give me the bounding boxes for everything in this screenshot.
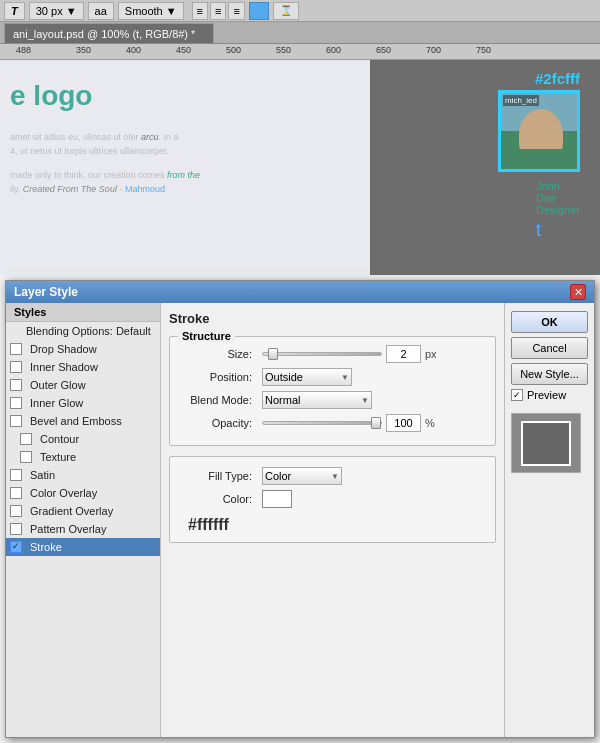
opacity-input[interactable] (386, 414, 421, 432)
inner-glow-item[interactable]: Inner Glow (6, 394, 160, 412)
inner-shadow-checkbox[interactable] (10, 361, 22, 373)
gradient-overlay-checkbox[interactable] (10, 505, 22, 517)
font-size-selector[interactable]: 30 px ▼ (29, 2, 84, 20)
profile-info: John Doe Designer t (536, 180, 580, 241)
bevel-emboss-checkbox[interactable] (10, 415, 22, 427)
color-overlay-checkbox[interactable] (10, 487, 22, 499)
size-label: Size: (178, 348, 258, 360)
top-toolbar: T 30 px ▼ aa Smooth ▼ ≡ ≡ ≡ ⌛ (0, 0, 600, 22)
ok-button[interactable]: OK (511, 311, 588, 333)
position-value: Outside (265, 371, 303, 383)
photo-label: mich_ied (503, 95, 539, 106)
satin-item[interactable]: Satin (6, 466, 160, 484)
warp-btn[interactable]: ⌛ (273, 2, 299, 20)
color-swatch-top[interactable] (249, 2, 269, 20)
color-overlay-label: Color Overlay (30, 487, 97, 499)
align-buttons: ≡ ≡ ≡ (192, 2, 245, 20)
ruler-mark-450: 450 (176, 45, 191, 55)
blend-mode-select[interactable]: Normal ▼ (262, 391, 372, 409)
aa-label: aa (88, 2, 114, 20)
satin-checkbox[interactable] (10, 469, 22, 481)
gradient-overlay-item[interactable]: Gradient Overlay (6, 502, 160, 520)
styles-header: Styles (6, 303, 160, 322)
position-arrow: ▼ (341, 373, 349, 382)
blend-mode-arrow: ▼ (361, 396, 369, 405)
opacity-unit: % (425, 417, 435, 429)
size-slider[interactable] (262, 352, 382, 356)
align-center-btn[interactable]: ≡ (210, 2, 226, 20)
preview-checkbox[interactable]: ✓ (511, 389, 523, 401)
drop-shadow-checkbox[interactable] (10, 343, 22, 355)
active-tab[interactable]: ani_layout.psd @ 100% (t, RGB/8#) * × (4, 23, 214, 43)
contour-item[interactable]: Contour (6, 430, 160, 448)
stroke-label: Stroke (30, 541, 62, 553)
bevel-emboss-label: Bevel and Emboss (30, 415, 122, 427)
opacity-slider[interactable] (262, 421, 382, 425)
body-text: amet sit adius eu, ulincas ut oler arcu.… (10, 130, 310, 196)
ruler-mark-488: 488 (16, 45, 31, 55)
drop-shadow-item[interactable]: Drop Shadow (6, 340, 160, 358)
smooth-arrow: ▼ (166, 5, 177, 17)
fill-type-select[interactable]: Color ▼ (262, 467, 342, 485)
fill-type-value: Color (265, 470, 291, 482)
tab-close-btn[interactable]: × (199, 28, 205, 39)
fill-type-label: Fill Type: (178, 470, 258, 482)
color-hex-label: #2fcfff (535, 70, 580, 87)
ruler-mark-600: 600 (326, 45, 341, 55)
font-tool-indicator: T (4, 2, 25, 20)
dialog-titlebar: Layer Style ✕ (6, 281, 594, 303)
ruler: 488 350 400 450 500 550 600 650 700 750 (0, 44, 600, 60)
color-overlay-item[interactable]: Color Overlay (6, 484, 160, 502)
ruler-mark-750: 750 (476, 45, 491, 55)
new-style-button[interactable]: New Style... (511, 363, 588, 385)
size-slider-thumb[interactable] (268, 348, 278, 360)
fill-type-group: Fill Type: Color ▼ Color: #ffffff (169, 456, 496, 543)
align-left-btn[interactable]: ≡ (192, 2, 208, 20)
buttons-panel: OK Cancel New Style... ✓ Preview (504, 303, 594, 737)
font-size-arrow: ▼ (66, 5, 77, 17)
fill-type-arrow: ▼ (331, 472, 339, 481)
right-panel: Stroke Structure Size: px (161, 303, 504, 737)
texture-item[interactable]: Texture (6, 448, 160, 466)
position-row: Position: Outside ▼ (178, 368, 487, 386)
fill-type-row: Fill Type: Color ▼ (178, 467, 487, 485)
contour-checkbox[interactable] (20, 433, 32, 445)
outer-glow-checkbox[interactable] (10, 379, 22, 391)
preview-label: Preview (527, 389, 566, 401)
align-right-btn[interactable]: ≡ (228, 2, 244, 20)
satin-label: Satin (30, 469, 55, 481)
stroke-checkbox[interactable] (10, 541, 22, 553)
inner-shadow-label: Inner Shadow (30, 361, 98, 373)
pattern-overlay-item[interactable]: Pattern Overlay (6, 520, 160, 538)
ruler-mark-400: 400 (126, 45, 141, 55)
inner-shadow-item[interactable]: Inner Shadow (6, 358, 160, 376)
stroke-item[interactable]: Stroke (6, 538, 160, 556)
gradient-overlay-label: Gradient Overlay (30, 505, 113, 517)
blend-mode-row: Blend Mode: Normal ▼ (178, 391, 487, 409)
dialog-close-button[interactable]: ✕ (570, 284, 586, 300)
opacity-slider-thumb[interactable] (371, 417, 381, 429)
opacity-label: Opacity: (178, 417, 258, 429)
body-line-1: amet sit adius eu, ulincas ut oler arcu.… (10, 130, 310, 144)
dialog-title: Layer Style (14, 285, 78, 299)
blend-mode-label: Blend Mode: (178, 394, 258, 406)
twitter-icon: t (536, 220, 580, 241)
styles-panel: Styles Blending Options: Default Drop Sh… (6, 303, 161, 737)
size-input[interactable] (386, 345, 421, 363)
color-swatch[interactable] (262, 490, 292, 508)
bevel-emboss-item[interactable]: Bevel and Emboss (6, 412, 160, 430)
cancel-button[interactable]: Cancel (511, 337, 588, 359)
blending-options-label: Blending Options: Default (26, 325, 151, 337)
drop-shadow-label: Drop Shadow (30, 343, 97, 355)
texture-checkbox[interactable] (20, 451, 32, 463)
smooth-selector[interactable]: Smooth ▼ (118, 2, 184, 20)
outer-glow-item[interactable]: Outer Glow (6, 376, 160, 394)
inner-glow-label: Inner Glow (30, 397, 83, 409)
position-select[interactable]: Outside ▼ (262, 368, 352, 386)
inner-glow-checkbox[interactable] (10, 397, 22, 409)
layer-style-dialog: Layer Style ✕ Styles Blending Options: D… (5, 280, 595, 738)
structure-group-title: Structure (178, 330, 235, 342)
outer-glow-label: Outer Glow (30, 379, 86, 391)
blending-options-item[interactable]: Blending Options: Default (6, 322, 160, 340)
pattern-overlay-checkbox[interactable] (10, 523, 22, 535)
